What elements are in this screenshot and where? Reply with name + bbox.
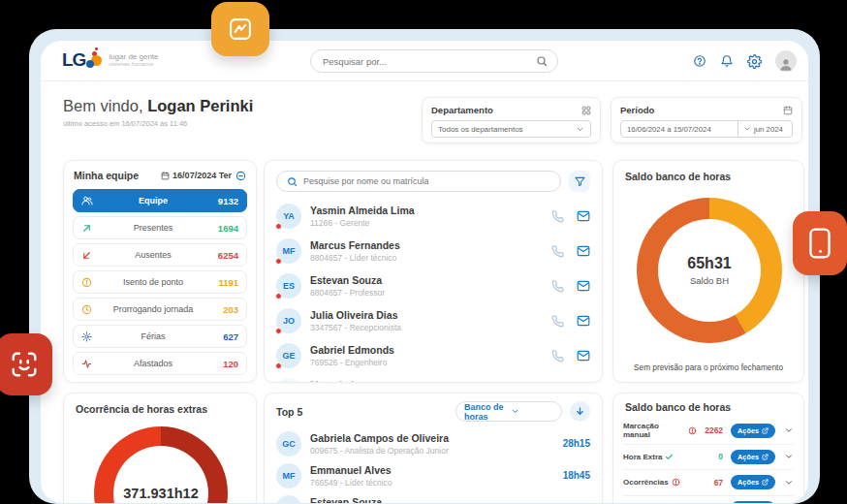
- line-chart-badge[interactable]: [211, 2, 269, 56]
- period-label: Período: [620, 105, 654, 115]
- line-chart-icon: [227, 16, 254, 43]
- bank-hours-label: Saldo BH: [690, 275, 729, 286]
- presence-dot: [275, 328, 282, 334]
- period-filter-card: Período 16/06/2024 a 15/07/2024 jun 2024: [611, 97, 802, 143]
- bank-hours-title: Saldo banco de horas: [625, 171, 731, 182]
- top5-row[interactable]: MF Emmanuel Alves766549 - Líder técnico …: [276, 459, 590, 491]
- external-link-icon: [762, 454, 769, 460]
- contact-row[interactable]: JO Julia Oliveira Dias3347567 - Recepcio…: [276, 303, 590, 338]
- clock-icon: [81, 304, 93, 315]
- mail-icon[interactable]: [577, 244, 590, 258]
- presence-dot: [275, 258, 282, 265]
- app-header: LG lugar de gente sistemas humanos: [41, 41, 808, 81]
- avatar: JO: [276, 308, 301, 333]
- avatar: ES: [276, 273, 301, 299]
- gear-icon[interactable]: [747, 54, 762, 69]
- download-button[interactable]: [570, 401, 590, 422]
- face-scan-badge[interactable]: [0, 333, 52, 395]
- overtime-value: 371.931h12: [123, 486, 198, 501]
- arrow-down-icon: [575, 406, 585, 417]
- team-row-equipe[interactable]: Equipe 9132: [73, 189, 247, 212]
- team-row-presentes[interactable]: Presentes 1694: [73, 216, 247, 239]
- bank-hours-donut-chart: 65h31 Saldo BH: [637, 198, 782, 343]
- avatar: ML: [276, 378, 301, 383]
- phone-icon[interactable]: [551, 315, 564, 328]
- overtime-panel: Ocorrência de horas extras 371.931h12: [63, 393, 257, 503]
- global-search[interactable]: [310, 49, 558, 73]
- chevron-down-icon: [511, 407, 553, 416]
- mobile-device-badge[interactable]: [793, 211, 847, 275]
- top5-row[interactable]: GC Gabriela Campos de Oliveira009675 - A…: [276, 427, 590, 459]
- logo-dots-icon: [86, 47, 104, 73]
- team-row-ausentes[interactable]: Ausentes 6254: [73, 243, 247, 267]
- funnel-icon: [575, 176, 585, 187]
- presence-dot: [275, 223, 282, 230]
- contact-row[interactable]: YA Yasmin Almeida Lima11266 - Gerente: [276, 199, 590, 234]
- team-row-afastados[interactable]: Afastados 120: [73, 352, 247, 375]
- avatar: ES: [276, 495, 301, 504]
- overtime-donut-chart: 371.931h12: [94, 426, 228, 503]
- phone-icon[interactable]: [551, 210, 564, 223]
- people-search-input[interactable]: [303, 176, 550, 186]
- mail-icon[interactable]: [577, 209, 590, 223]
- acoes-button[interactable]: Ações: [731, 475, 775, 489]
- top5-row[interactable]: ES Estevan Souza8804657 - Professor 18h2…: [276, 491, 590, 503]
- global-search-input[interactable]: [323, 56, 536, 67]
- phone-icon[interactable]: [551, 350, 564, 362]
- lg-logo: LG lugar de gente sistemas humanos: [62, 47, 159, 73]
- alert-circle-icon: [688, 426, 697, 435]
- collapse-icon[interactable]: [235, 171, 246, 181]
- chevron-down-icon[interactable]: [784, 478, 794, 488]
- chevron-down-icon[interactable]: [784, 452, 794, 461]
- chevron-down-icon: [576, 125, 584, 134]
- contact-row[interactable]: ML Marcela Lemos3347567 - Recepcionista: [276, 373, 590, 383]
- period-month-select[interactable]: jun 2024: [737, 121, 792, 137]
- team-panel-title: Minha equipe: [74, 170, 157, 181]
- chevron-down-icon[interactable]: [784, 425, 794, 435]
- acoes-button[interactable]: Ações: [731, 424, 775, 438]
- contact-row[interactable]: GE Gabriel Edmonds769526 - Engenheiro: [276, 338, 590, 373]
- top5-hours: 18h45: [563, 470, 590, 481]
- mail-icon[interactable]: [577, 349, 590, 362]
- avatar: MF: [276, 238, 301, 264]
- overtime-title: Ocorrência de horas extras: [76, 403, 207, 415]
- filter-button[interactable]: [569, 171, 590, 192]
- arrow-up-right-icon: [81, 223, 93, 234]
- top5-title: Top 5: [276, 406, 448, 418]
- logo-tagline: lugar de gente: [109, 52, 158, 61]
- bh-action-row: Marcação manual 2262 Ações: [623, 418, 794, 444]
- phone-icon[interactable]: [551, 245, 564, 258]
- top5-panel: Top 5 Banco de horas GC Gabriela Campos …: [264, 393, 603, 503]
- top5-metric-select[interactable]: Banco de horas: [455, 401, 562, 422]
- face-scan-icon: [10, 350, 39, 379]
- mail-icon[interactable]: [577, 314, 590, 328]
- department-label: Departamento: [431, 105, 493, 115]
- logo-monogram: LG: [62, 49, 85, 71]
- help-icon[interactable]: [693, 54, 706, 68]
- team-row-ferias[interactable]: Férias 627: [73, 325, 247, 348]
- department-select[interactable]: Todos os departamentos: [431, 120, 591, 138]
- mail-icon[interactable]: [577, 279, 590, 293]
- acoes-button[interactable]: Ações: [731, 501, 775, 503]
- acoes-button[interactable]: Ações: [731, 450, 775, 464]
- avatar: GE: [276, 343, 301, 368]
- page-title: Bem vindo, Logan Perinki: [63, 97, 253, 115]
- avatar: YA: [276, 204, 301, 229]
- search-icon: [287, 176, 298, 187]
- people-search[interactable]: [276, 171, 561, 192]
- period-range-input[interactable]: 16/06/2024 a 15/07/2024: [621, 125, 737, 134]
- phone-icon[interactable]: [551, 280, 564, 293]
- calendar-icon: [783, 106, 793, 115]
- contact-row[interactable]: MF Marcus Fernandes8804657 - Líder técni…: [276, 234, 590, 268]
- last-access: último acesso em 16/07/2024 às 11:46: [63, 119, 253, 128]
- bell-icon[interactable]: [720, 54, 734, 68]
- team-row-isento[interactable]: Isento de ponto 1191: [73, 270, 247, 294]
- avatar: MF: [276, 463, 301, 488]
- user-avatar[interactable]: [775, 50, 797, 72]
- team-row-prorrogando[interactable]: Prorrogando jornada 203: [73, 298, 247, 321]
- contact-row[interactable]: ES Estevan Souza8804657 - Professor: [276, 268, 590, 303]
- team-date[interactable]: 16/07/2024 Ter: [161, 171, 232, 180]
- external-link-icon: [762, 479, 769, 486]
- alert-circle-icon: [81, 277, 93, 288]
- bank-hours-panel: Saldo banco de horas 65h31 Saldo BH Sem …: [612, 160, 804, 383]
